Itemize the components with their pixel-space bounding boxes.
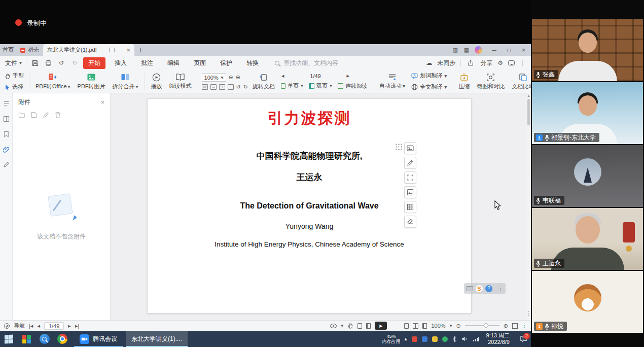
tray-security-icon[interactable] (412, 336, 417, 342)
page-indicator[interactable]: 1/49 (310, 73, 320, 79)
attachment-icon[interactable] (3, 146, 10, 153)
ribbon-tab-home[interactable]: 开始 (83, 57, 105, 69)
new-attachment-icon[interactable] (31, 112, 37, 118)
bluetooth-icon[interactable] (452, 336, 457, 342)
taskbar-app-meeting[interactable]: 腾讯会议 (74, 331, 123, 347)
volume-icon[interactable] (461, 336, 468, 342)
ribbon-tab-convert[interactable]: 转换 (241, 57, 264, 69)
ribbon-tab-insert[interactable]: 插入 (110, 57, 132, 69)
chrome-icon[interactable] (53, 331, 71, 347)
zoom-out-icon[interactable]: ⊖ (456, 323, 461, 329)
wps-member-icon[interactable] (475, 46, 482, 54)
participant-tile[interactable]: 张鑫 (532, 19, 643, 81)
scrollbar-thumb[interactable] (527, 99, 530, 125)
share-icon[interactable] (466, 60, 475, 66)
select-tool-button[interactable]: 选择 (3, 83, 25, 91)
single-page-icon[interactable] (404, 323, 409, 329)
bookmark-icon[interactable] (3, 131, 10, 137)
zoom-in-icon[interactable]: ⊕ (236, 75, 240, 80)
tab-docer[interactable]: 稻壳 (16, 44, 43, 56)
next-page-icon[interactable]: ▸ (68, 323, 71, 329)
start-button[interactable] (0, 331, 18, 347)
app-grid-icon[interactable] (18, 331, 35, 347)
edit-attachment-icon[interactable] (43, 112, 49, 118)
memory-indicator[interactable]: 45% 内存占用 (382, 334, 401, 344)
prev-page-icon[interactable]: ◂ (281, 73, 284, 79)
minimize-button[interactable]: ─ (487, 44, 502, 56)
grip-icon[interactable]: ⋮ (498, 286, 503, 291)
word-translate-button[interactable]: 划词翻译 ▾ (410, 72, 448, 80)
tray-y-icon[interactable] (432, 336, 438, 342)
function-search[interactable] (275, 59, 351, 67)
next-page-icon[interactable]: ▸ (346, 73, 349, 79)
share-label[interactable]: 分享 (480, 59, 492, 67)
close-window-button[interactable]: × (516, 44, 531, 56)
vertical-scrollbar[interactable]: ▴ ⋮ (526, 93, 531, 320)
rotate-doc-button[interactable]: 旋转文档 (250, 72, 277, 91)
hand-tool-button[interactable]: 手型 (3, 72, 25, 80)
doc-compare-button[interactable]: 文档比对 (509, 72, 531, 91)
tray-drive-icon[interactable] (422, 336, 427, 342)
fit-page-icon[interactable] (219, 84, 225, 90)
assistant-widget[interactable]: S ? ⋮ (464, 283, 506, 294)
annotation-icon[interactable] (3, 161, 10, 168)
split-merge-button[interactable]: 拆分合并▾ (110, 72, 141, 91)
more-tools-icon[interactable]: ⋮ (526, 310, 531, 316)
new-tab-button[interactable]: + (134, 44, 147, 56)
eraser-button[interactable] (404, 216, 416, 228)
compress-button[interactable]: 压缩 (456, 72, 472, 91)
participant-tile-active-speaker[interactable]: 王运永 (532, 208, 643, 270)
attachments-close-icon[interactable]: × (100, 98, 104, 106)
comment-icon[interactable] (508, 60, 515, 65)
ribbon-tab-protect[interactable]: 保护 (215, 57, 237, 69)
pdf-to-office-button[interactable]: PDF转Office▾ (33, 72, 73, 91)
nav-button[interactable]: 导航 (4, 322, 25, 330)
view-mode-icon[interactable] (330, 324, 337, 328)
participant-tile[interactable]: 韦联福 (532, 145, 643, 207)
ribbon-tab-page[interactable]: 页面 (189, 57, 211, 69)
taskbar-app-wps[interactable]: W 东北大学讲义(1).... (126, 331, 188, 347)
auto-scroll-button[interactable]: 自动滚动▾ (377, 72, 408, 91)
play-button[interactable]: 播放 (149, 72, 165, 91)
crop-button[interactable] (404, 171, 416, 184)
screenshot-compare-button[interactable]: 截图和对比 (474, 72, 507, 91)
zoom-value[interactable]: 100% (431, 323, 445, 329)
prev-page-icon[interactable]: ◂ (37, 323, 40, 329)
file-menu-button[interactable]: 文件 ▾ (5, 59, 22, 67)
zoom-select[interactable]: 100% ▾ (202, 73, 226, 82)
taskbar-clock[interactable]: 9:13 周二 2022/8/9 (486, 332, 510, 345)
rotate-left-icon[interactable]: ↺ (236, 84, 241, 90)
tab-document-active[interactable]: 东北大学讲义(1).pdf × (43, 44, 134, 56)
gear-icon[interactable]: ⚙ (497, 60, 503, 66)
search-input[interactable] (282, 59, 351, 67)
tray-green-icon[interactable] (442, 336, 448, 342)
notification-center-button[interactable]: 2 (516, 331, 531, 347)
wps-logo-icon[interactable]: S (476, 285, 483, 292)
single-page-button[interactable]: 单页 ▾ (279, 82, 305, 90)
save-icon[interactable] (30, 60, 40, 66)
slideshow-play-button[interactable]: ▶ (375, 322, 387, 330)
hand-icon[interactable] (347, 323, 353, 329)
full-translate-button[interactable]: 全文翻译 ▾ (410, 83, 448, 91)
help-icon[interactable]: ? (485, 285, 492, 292)
fullscreen-icon[interactable] (512, 323, 518, 329)
ribbon-tab-comment[interactable]: 批注 (136, 57, 158, 69)
continuous-view-icon[interactable] (422, 323, 427, 329)
tab-home[interactable]: 首页 (0, 44, 16, 56)
fit-width-icon[interactable] (210, 84, 217, 90)
ribbon-tab-edit[interactable]: 编辑 (162, 57, 185, 69)
zoom-in-icon[interactable]: ⊕ (504, 323, 508, 329)
actual-size-icon[interactable] (202, 84, 208, 90)
last-page-icon[interactable]: ▸| (75, 323, 79, 329)
page-indicator[interactable]: 1/49 (44, 322, 64, 330)
insert-table-button[interactable] (404, 201, 416, 213)
image-frame-button[interactable] (404, 186, 416, 198)
tab-close-icon[interactable]: × (126, 47, 130, 53)
double-page-button[interactable]: 双页 ▾ (307, 82, 334, 90)
pdf-viewport[interactable]: 引力波探测 中国科学院高能物理研究所, 王运永 The Detection of… (111, 93, 531, 320)
delete-attachment-icon[interactable] (55, 112, 61, 118)
workspace-grid-icon[interactable]: ▦ (461, 47, 472, 53)
network-icon[interactable] (473, 336, 479, 342)
grid-view-icon[interactable] (413, 323, 418, 329)
catalog-icon[interactable] (3, 100, 10, 107)
